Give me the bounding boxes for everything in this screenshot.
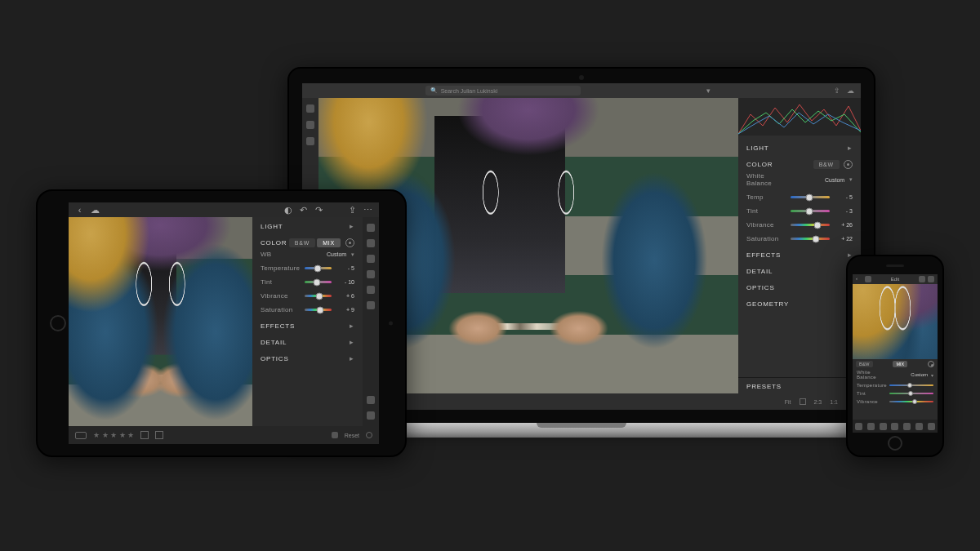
flag-reject-icon[interactable] <box>155 431 163 439</box>
redo-icon[interactable]: ↷ <box>314 206 323 215</box>
fit-button[interactable]: Fit <box>785 399 791 405</box>
section-geometry[interactable]: GEOMETRY ▸ <box>738 295 861 311</box>
cloud-icon[interactable] <box>865 276 871 282</box>
bw-toggle[interactable]: B&W <box>289 238 315 247</box>
more-icon[interactable] <box>928 276 934 282</box>
section-optics[interactable]: OPTICS ▸ <box>252 349 363 366</box>
ratio-23[interactable]: 2:3 <box>814 399 822 405</box>
presets-button[interactable]: Presets <box>738 377 861 393</box>
temperature-slider[interactable] <box>305 267 332 269</box>
wb-label: WB <box>261 251 298 258</box>
laptop-edit-panel: LIGHT ▸ COLOR B&W White Balance Custom ▾ <box>738 98 861 393</box>
filter-icon[interactable]: ▾ <box>706 87 710 95</box>
mix-toggle[interactable]: MIX <box>317 238 341 247</box>
section-effects[interactable]: EFFECTS ▸ <box>738 246 861 262</box>
phone-speaker <box>886 264 904 267</box>
undo-icon[interactable]: ↶ <box>299 206 308 215</box>
phone-canvas[interactable] <box>853 284 938 359</box>
section-color[interactable]: COLOR B&W MIX <box>252 233 363 249</box>
tablet-canvas[interactable] <box>69 217 252 426</box>
star-rating[interactable]: ★ ★ ★ ★ ★ <box>93 431 134 439</box>
before-after-icon[interactable]: ◐ <box>283 206 292 215</box>
saturation-slider[interactable] <box>791 238 830 240</box>
tint-slider[interactable] <box>791 210 830 212</box>
wb-value[interactable]: Custom <box>911 372 928 377</box>
share-icon[interactable]: ⇪ <box>348 206 357 215</box>
back-icon[interactable]: ‹ <box>75 206 84 215</box>
crop-icon[interactable] <box>867 423 875 430</box>
bw-toggle[interactable]: B&W <box>813 160 840 169</box>
eyedropper-icon[interactable] <box>844 160 853 169</box>
expand-icon[interactable] <box>366 432 372 438</box>
adjust-icon[interactable] <box>855 423 862 430</box>
wb-label: White Balance <box>746 172 784 187</box>
vibrance-slider[interactable] <box>791 224 830 226</box>
tablet-topbar: ‹ ☁ ◐ ↶ ↷ ⇪ ⋯ <box>69 202 379 217</box>
section-detail[interactable]: DETAIL ▸ <box>252 333 363 349</box>
gradient-icon[interactable] <box>915 423 923 430</box>
eyedropper-icon[interactable] <box>345 238 354 247</box>
search-input[interactable]: 🔍 Search Julian Lukinski <box>425 86 581 96</box>
radial-gradient-icon[interactable] <box>367 301 375 309</box>
radial-icon[interactable] <box>928 423 935 430</box>
wb-label: White Balance <box>857 370 886 380</box>
bw-toggle[interactable]: B&W <box>856 361 873 367</box>
section-light-label: LIGHT <box>746 144 769 152</box>
section-effects[interactable]: EFFECTS ▸ <box>252 317 363 333</box>
saturation-slider[interactable] <box>305 309 332 311</box>
tint-slider[interactable] <box>889 393 933 395</box>
compare-icon[interactable] <box>75 432 87 439</box>
heal-icon[interactable] <box>891 423 898 430</box>
info-icon[interactable] <box>367 396 375 404</box>
ratio-11[interactable]: 1:1 <box>830 399 838 405</box>
temp-label: Temp <box>746 193 784 201</box>
vibrance-slider[interactable] <box>889 401 933 403</box>
chevron-down-icon[interactable]: ▾ <box>931 372 933 378</box>
section-color[interactable]: COLOR B&W <box>738 155 861 171</box>
settings-icon[interactable] <box>367 411 375 420</box>
chevron-down-icon[interactable]: ▾ <box>351 251 354 258</box>
back-icon[interactable]: ‹ <box>856 276 862 282</box>
cloud-icon[interactable]: ☁ <box>847 87 854 95</box>
grid-icon[interactable] <box>306 121 314 129</box>
share-icon[interactable]: ⇪ <box>834 87 840 95</box>
temperature-slider[interactable] <box>889 384 933 387</box>
adjust-icon[interactable] <box>367 239 375 247</box>
single-icon[interactable] <box>306 137 314 145</box>
undo-icon[interactable] <box>919 276 925 282</box>
section-optics[interactable]: OPTICS ▸ <box>738 278 861 295</box>
wb-value[interactable]: Custom <box>825 177 841 183</box>
phone-edit-panel: B&W MIX White Balance Custom ▾ Temperatu… <box>853 359 938 433</box>
filmstrip-icon[interactable] <box>332 432 338 438</box>
linear-gradient-icon[interactable] <box>367 286 375 294</box>
brush-icon[interactable] <box>903 423 911 430</box>
vibrance-label: Vibrance <box>746 221 784 229</box>
heal-icon[interactable] <box>367 255 375 263</box>
presets-icon[interactable] <box>880 423 887 430</box>
temp-slider[interactable] <box>791 196 830 198</box>
section-geometry-label: GEOMETRY <box>746 300 789 308</box>
section-light[interactable]: LIGHT ▸ <box>252 217 363 233</box>
histogram[interactable] <box>738 98 861 136</box>
phone-home-button[interactable] <box>888 436 902 451</box>
tint-value: - 3 <box>836 208 853 214</box>
chevron-down-icon[interactable]: ▾ <box>849 176 853 183</box>
section-light[interactable]: LIGHT ▸ <box>738 139 861 155</box>
wb-value[interactable]: Custom <box>327 251 343 257</box>
cloud-icon[interactable]: ☁ <box>91 206 100 215</box>
mix-toggle[interactable]: MIX <box>893 361 907 367</box>
vibrance-value: + 26 <box>836 222 853 228</box>
vibrance-slider[interactable] <box>305 295 332 297</box>
crop-icon[interactable] <box>367 224 375 232</box>
tint-slider[interactable] <box>305 281 332 283</box>
more-icon[interactable]: ⋯ <box>363 206 372 215</box>
section-detail[interactable]: DETAIL ▸ <box>738 262 861 278</box>
add-icon[interactable] <box>306 104 314 113</box>
reset-button[interactable]: Reset <box>345 433 359 438</box>
tablet-home-button[interactable] <box>50 315 66 331</box>
chevron-right-icon: ▸ <box>350 222 354 230</box>
grid-overlay-icon[interactable] <box>800 398 806 405</box>
eyedropper-icon[interactable] <box>928 361 934 367</box>
brush-icon[interactable] <box>367 270 375 278</box>
flag-pick-icon[interactable] <box>140 431 149 439</box>
